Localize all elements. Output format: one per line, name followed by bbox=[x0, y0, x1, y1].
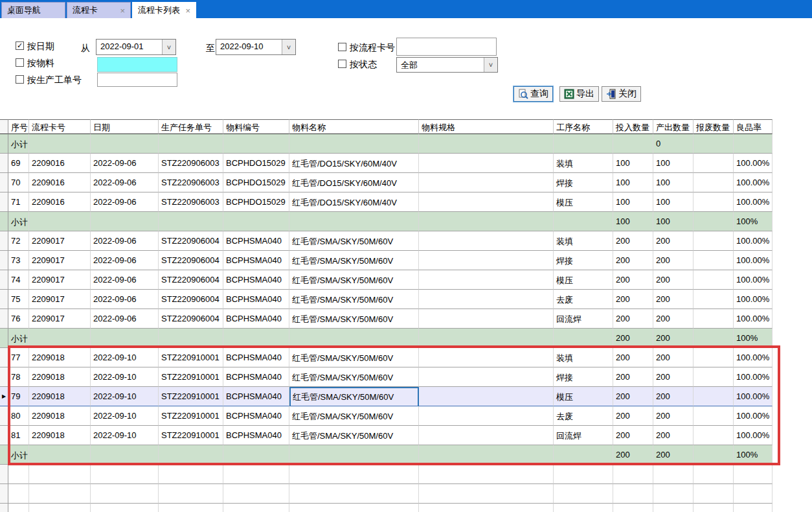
cell-card-no[interactable]: 2209016 bbox=[29, 173, 91, 192]
column-header-yield-rate[interactable]: 良品率 bbox=[734, 119, 773, 134]
cell-qty-scrap[interactable] bbox=[694, 192, 734, 212]
cell-seq[interactable]: 75 bbox=[8, 290, 29, 309]
cell-qty-scrap[interactable] bbox=[694, 231, 734, 251]
cell-process[interactable]: 装填 bbox=[554, 154, 613, 173]
cell-task-no[interactable]: STZ220906004 bbox=[159, 270, 223, 290]
cell-yield-rate[interactable]: 100.00% bbox=[734, 309, 773, 329]
column-header-task-no[interactable]: 生产任务单号 bbox=[159, 119, 223, 134]
cell-process[interactable]: 装填 bbox=[554, 231, 613, 251]
cell-spec[interactable] bbox=[419, 387, 554, 406]
cell-spec[interactable] bbox=[419, 367, 554, 387]
cell-process[interactable]: 模压 bbox=[554, 192, 613, 212]
cell-task-no[interactable]: STZ220910001 bbox=[159, 426, 223, 445]
card-no-input[interactable] bbox=[396, 38, 497, 56]
cell-material-no[interactable]: BCPHSMA040 bbox=[223, 231, 289, 251]
table-row[interactable]: 6922090162022-09-06STZ220906003BCPHDO150… bbox=[0, 154, 773, 173]
cell-qty-in[interactable]: 200 bbox=[613, 426, 653, 445]
cell-yield-rate[interactable]: 100.00% bbox=[734, 154, 773, 173]
cell-material-name[interactable]: 红毛管/SMA/SKY/50M/60V bbox=[289, 406, 419, 426]
cell-seq[interactable]: 69 bbox=[8, 154, 29, 173]
cell-qty-out[interactable]: 200 bbox=[653, 290, 694, 309]
cell-task-no[interactable]: STZ220910001 bbox=[159, 406, 223, 426]
table-row[interactable]: 7122090162022-09-06STZ220906003BCPHDO150… bbox=[0, 192, 773, 212]
tab-process-card-list[interactable]: 流程卡列表× bbox=[132, 2, 196, 18]
cell-card-no[interactable]: 2209018 bbox=[29, 348, 91, 367]
close-icon[interactable]: × bbox=[120, 6, 125, 15]
cell-spec[interactable] bbox=[419, 309, 554, 329]
cell-process[interactable]: 装填 bbox=[554, 348, 613, 367]
cell-task-no[interactable]: STZ220906004 bbox=[159, 309, 223, 329]
column-header-spec[interactable]: 物料规格 bbox=[419, 119, 554, 134]
cell-qty-in[interactable]: 200 bbox=[613, 387, 653, 406]
cell-material-name[interactable]: 红毛管/SMA/SKY/50M/60V bbox=[289, 387, 419, 406]
cell-spec[interactable] bbox=[419, 406, 554, 426]
table-row[interactable]: 7622090172022-09-06STZ220906004BCPHSMA04… bbox=[0, 309, 773, 329]
cell-material-name[interactable]: 红毛管/DO15/SKY/60M/40V bbox=[289, 173, 419, 192]
query-button[interactable]: 查询 bbox=[513, 86, 553, 102]
cell-yield-rate[interactable]: 100.00% bbox=[734, 270, 773, 290]
cell-process[interactable]: 去废 bbox=[554, 290, 613, 309]
cell-qty-out[interactable]: 200 bbox=[653, 387, 694, 406]
column-header-material-no[interactable]: 物料编号 bbox=[223, 119, 289, 134]
checkbox-by-material[interactable] bbox=[16, 58, 24, 67]
column-header-qty-out[interactable]: 产出数量 bbox=[653, 119, 694, 134]
cell-process[interactable]: 模压 bbox=[554, 387, 613, 406]
cell-qty-scrap[interactable] bbox=[694, 348, 734, 367]
cell-date[interactable]: 2022-09-06 bbox=[91, 231, 159, 251]
chevron-down-icon[interactable]: ˅ bbox=[162, 40, 175, 54]
checkbox-by-date[interactable] bbox=[16, 41, 24, 50]
cell-material-no[interactable]: BCPHDO15029 bbox=[223, 192, 289, 212]
cell-card-no[interactable]: 2209017 bbox=[29, 290, 91, 309]
table-row[interactable]: 7722090182022-09-10STZ220910001BCPHSMA04… bbox=[0, 348, 773, 367]
cell-date[interactable]: 2022-09-10 bbox=[91, 426, 159, 445]
cell-yield-rate[interactable]: 100.00% bbox=[734, 231, 773, 251]
chevron-down-icon[interactable]: ˅ bbox=[484, 58, 497, 72]
checkbox-by-work-order[interactable] bbox=[16, 75, 24, 84]
cell-card-no[interactable]: 2209017 bbox=[29, 251, 91, 270]
cell-task-no[interactable]: STZ220910001 bbox=[159, 387, 223, 406]
cell-process[interactable]: 焊接 bbox=[554, 173, 613, 192]
cell-qty-out[interactable]: 200 bbox=[653, 367, 694, 387]
cell-yield-rate[interactable]: 100.00% bbox=[734, 173, 773, 192]
cell-task-no[interactable]: STZ220910001 bbox=[159, 348, 223, 367]
cell-qty-out[interactable]: 200 bbox=[653, 309, 694, 329]
cell-seq[interactable]: 72 bbox=[8, 231, 29, 251]
cell-task-no[interactable]: STZ220906004 bbox=[159, 251, 223, 270]
cell-qty-out[interactable]: 100 bbox=[653, 173, 694, 192]
cell-qty-out[interactable]: 200 bbox=[653, 270, 694, 290]
table-row[interactable]: 8022090182022-09-10STZ220910001BCPHSMA04… bbox=[0, 406, 773, 426]
cell-process[interactable]: 焊接 bbox=[554, 251, 613, 270]
cell-card-no[interactable]: 2209018 bbox=[29, 387, 91, 406]
cell-seq[interactable]: 73 bbox=[8, 251, 29, 270]
cell-material-no[interactable]: BCPHSMA040 bbox=[223, 290, 289, 309]
cell-qty-scrap[interactable] bbox=[694, 270, 734, 290]
table-row[interactable]: ▶7922090182022-09-10STZ220910001BCPHSMA0… bbox=[0, 386, 773, 406]
cell-date[interactable]: 2022-09-06 bbox=[91, 154, 159, 173]
cell-yield-rate[interactable]: 100.00% bbox=[734, 387, 773, 406]
cell-task-no[interactable]: STZ220906004 bbox=[159, 231, 223, 251]
cell-material-name[interactable]: 红毛管/DO15/SKY/60M/40V bbox=[289, 192, 419, 212]
cell-task-no[interactable]: STZ220910001 bbox=[159, 367, 223, 387]
cell-process[interactable]: 去废 bbox=[554, 406, 613, 426]
cell-card-no[interactable]: 2209018 bbox=[29, 406, 91, 426]
cell-seq[interactable]: 76 bbox=[8, 309, 29, 329]
cell-qty-in[interactable]: 200 bbox=[613, 270, 653, 290]
cell-material-name[interactable]: 红毛管/SMA/SKY/50M/60V bbox=[289, 290, 419, 309]
table-row[interactable]: 7422090172022-09-06STZ220906004BCPHSMA04… bbox=[0, 270, 773, 290]
cell-date[interactable]: 2022-09-06 bbox=[91, 173, 159, 192]
cell-qty-scrap[interactable] bbox=[694, 367, 734, 387]
cell-material-name[interactable]: 红毛管/SMA/SKY/50M/60V bbox=[289, 348, 419, 367]
cell-spec[interactable] bbox=[419, 192, 554, 212]
cell-qty-in[interactable]: 100 bbox=[613, 173, 653, 192]
cell-qty-out[interactable]: 100 bbox=[653, 192, 694, 212]
cell-material-no[interactable]: BCPHDO15029 bbox=[223, 173, 289, 192]
cell-material-no[interactable]: BCPHDO15029 bbox=[223, 154, 289, 173]
cell-spec[interactable] bbox=[419, 231, 554, 251]
cell-qty-out[interactable]: 200 bbox=[653, 426, 694, 445]
cell-qty-in[interactable]: 100 bbox=[613, 154, 653, 173]
column-header-qty-scrap[interactable]: 报废数量 bbox=[694, 119, 734, 134]
cell-seq[interactable]: 79 bbox=[8, 387, 29, 406]
cell-qty-in[interactable]: 200 bbox=[613, 406, 653, 426]
cell-qty-in[interactable]: 200 bbox=[613, 231, 653, 251]
cell-material-no[interactable]: BCPHSMA040 bbox=[223, 270, 289, 290]
